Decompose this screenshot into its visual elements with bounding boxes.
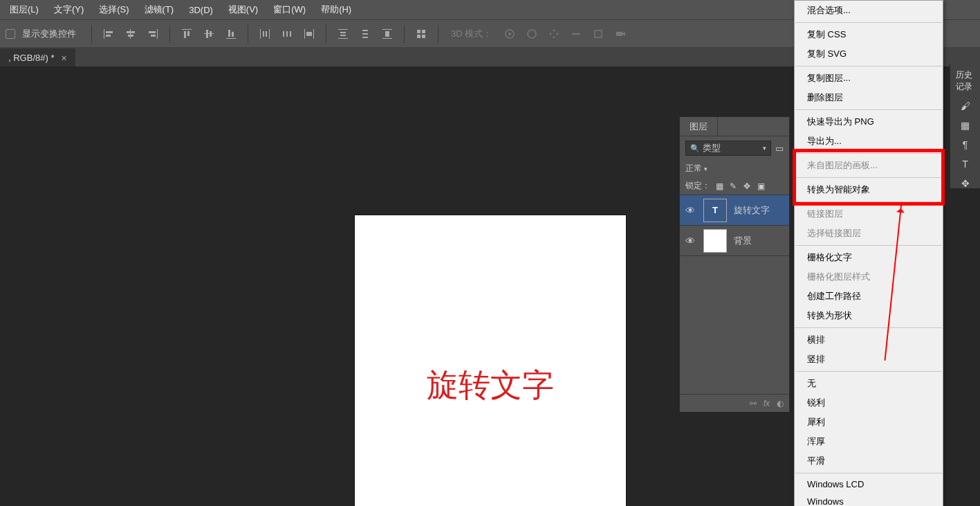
mask-icon[interactable]: ◐	[777, 399, 784, 408]
context-item[interactable]: 快速导出为 PNG	[795, 112, 943, 132]
layer-background[interactable]: 👁 背景	[680, 225, 789, 255]
menu-layer[interactable]: 图层(L)	[3, 1, 46, 19]
align-left-icon[interactable]	[99, 24, 118, 44]
context-item[interactable]: 复制 CSS	[795, 25, 943, 44]
layers-panel-footer: ⚯ fx ◐	[680, 394, 789, 412]
distribute-h3-icon[interactable]	[299, 24, 319, 44]
layer-filter-type[interactable]: 🔍 类型 ▾	[685, 141, 771, 156]
lock-move-icon[interactable]: ✥	[742, 181, 752, 191]
distribute-h1-icon[interactable]	[255, 24, 275, 44]
menu-3d[interactable]: 3D(D)	[182, 2, 220, 18]
svg-point-1	[508, 33, 511, 35]
context-item[interactable]: 横排	[795, 330, 943, 350]
svg-rect-4	[616, 32, 622, 36]
context-item[interactable]: 转换为智能对象	[795, 180, 943, 199]
layer-text[interactable]: 👁 T 旋转文字	[680, 195, 789, 225]
chevron-down-icon: ▾	[704, 165, 708, 172]
show-transform-checkbox[interactable]	[6, 29, 15, 39]
context-item[interactable]: 浑厚	[795, 432, 943, 451]
layer-context-menu: 混合选项...复制 CSS复制 SVG复制图层...删除图层快速导出为 PNG导…	[794, 0, 943, 506]
context-item[interactable]: 混合选项...	[795, 1, 943, 20]
context-item[interactable]: 竖排	[795, 350, 943, 369]
swatch-icon[interactable]: ▦	[953, 116, 977, 134]
history-tab[interactable]: 历史记录	[953, 66, 977, 96]
context-item[interactable]: 导出为...	[795, 132, 943, 151]
layer-thumbnail: T	[703, 199, 727, 222]
context-item[interactable]: 复制图层...	[795, 69, 943, 88]
menu-select[interactable]: 选择(S)	[92, 1, 136, 19]
right-dock: 历史记录 🖌 ▦ ¶ T ✥	[950, 64, 980, 188]
visibility-icon[interactable]: 👁	[684, 205, 696, 216]
show-transform-label: 显示变换控件	[22, 28, 76, 40]
context-divider	[795, 201, 942, 202]
context-item[interactable]: Windows	[795, 493, 943, 506]
context-item[interactable]: 平滑	[795, 451, 943, 471]
layer-list: 👁 T 旋转文字 👁 背景	[680, 195, 789, 255]
context-divider	[795, 327, 942, 328]
character-icon[interactable]: T	[953, 155, 977, 173]
layers-panel: 图层 🔍 类型 ▾ ▭ 正常 ▾ 锁定： ▦ ✎ ✥ ▣ 👁 T 旋转文字 👁 …	[679, 116, 790, 413]
canvas[interactable]: 旋转文字	[355, 215, 626, 506]
align-hcenter-icon[interactable]	[121, 24, 140, 44]
context-divider	[795, 473, 942, 473]
3d-scale-icon[interactable]	[589, 24, 608, 44]
lock-brush-icon[interactable]: ✎	[728, 181, 738, 191]
layers-tab[interactable]: 图层	[680, 117, 718, 136]
distribute-v1-icon[interactable]	[333, 24, 353, 44]
context-item[interactable]: 创建工作路径	[795, 287, 943, 306]
context-item[interactable]: 栅格化文字	[795, 248, 943, 267]
3d-slide-icon[interactable]	[566, 24, 586, 44]
lock-label: 锁定：	[685, 180, 710, 192]
menu-view[interactable]: 视图(V)	[221, 1, 265, 19]
context-divider	[795, 109, 942, 110]
3d-roll-icon[interactable]	[522, 24, 542, 44]
brush-tool-icon[interactable]: 🖌	[953, 97, 977, 115]
chevron-down-icon: ▾	[763, 145, 766, 152]
context-item[interactable]: 锐利	[795, 393, 943, 413]
document-tab-title: , RGB/8#) *	[8, 53, 54, 63]
align-bottom-icon[interactable]	[221, 24, 241, 44]
context-divider	[795, 177, 942, 178]
align-top-icon[interactable]	[177, 24, 196, 44]
fx-icon[interactable]: fx	[764, 399, 770, 408]
menu-help[interactable]: 帮助(H)	[314, 1, 358, 19]
lock-pixels-icon[interactable]: ▦	[714, 181, 724, 191]
3d-orbit-icon[interactable]	[500, 24, 519, 44]
3d-pan-icon[interactable]	[544, 24, 564, 44]
menu-type[interactable]: 文字(Y)	[47, 1, 91, 19]
context-divider	[795, 153, 942, 154]
document-tab[interactable]: , RGB/8#) * ×	[0, 48, 75, 66]
context-item[interactable]: 转换为形状	[795, 306, 943, 325]
blend-mode-select[interactable]: 正常 ▾	[685, 163, 784, 174]
layer-name: 旋转文字	[734, 204, 770, 217]
close-tab-icon[interactable]: ×	[61, 53, 66, 64]
canvas-text: 旋转文字	[355, 364, 626, 407]
paragraph-icon[interactable]: ¶	[953, 136, 977, 154]
context-item[interactable]: 犀利	[795, 413, 943, 432]
align-right-icon[interactable]	[143, 24, 163, 44]
context-divider	[795, 66, 942, 66]
context-item: 栅格化图层样式	[795, 267, 943, 287]
context-item[interactable]: 删除图层	[795, 88, 943, 107]
context-item[interactable]: 复制 SVG	[795, 44, 943, 64]
menu-window[interactable]: 窗口(W)	[266, 1, 313, 19]
context-item: 来自图层的画板...	[795, 156, 943, 175]
menu-filter[interactable]: 滤镜(T)	[138, 1, 181, 19]
link-layers-icon[interactable]: ⚯	[750, 399, 757, 408]
distribute-v2-icon[interactable]	[355, 24, 375, 44]
3d-camera-icon[interactable]	[611, 24, 630, 44]
layer-name: 背景	[734, 235, 752, 247]
move-dock-icon[interactable]: ✥	[953, 174, 977, 192]
auto-align-icon[interactable]	[412, 24, 431, 44]
visibility-icon[interactable]: 👁	[684, 235, 696, 246]
search-icon: 🔍	[690, 144, 700, 153]
context-item[interactable]: Windows LCD	[795, 476, 943, 493]
filter-image-icon[interactable]: ▭	[775, 143, 784, 154]
context-divider	[795, 371, 942, 372]
distribute-v3-icon[interactable]	[378, 24, 397, 44]
align-vcenter-icon[interactable]	[199, 24, 219, 44]
layer-thumbnail	[703, 229, 727, 253]
distribute-h2-icon[interactable]	[277, 24, 297, 44]
lock-artboard-icon[interactable]: ▣	[756, 181, 766, 191]
context-item[interactable]: 无	[795, 374, 943, 393]
